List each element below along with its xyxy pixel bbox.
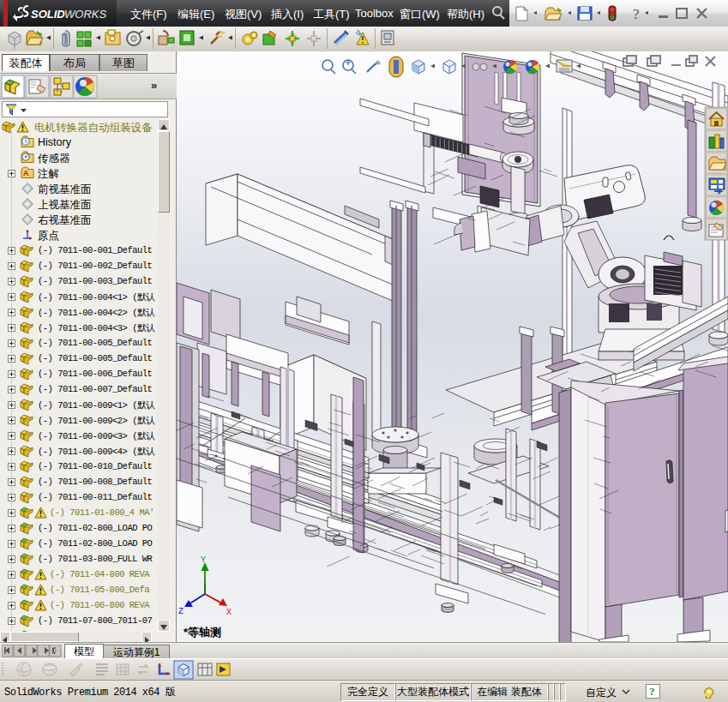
svg-text:WORKS: WORKS: [64, 8, 106, 21]
svg-text:SOLID: SOLID: [31, 8, 65, 21]
svg-text:X: X: [226, 608, 232, 617]
svg-text:?: ?: [649, 685, 655, 698]
svg-text:*等轴测: *等轴测: [184, 626, 221, 639]
svg-text:A: A: [23, 169, 29, 177]
svg-text:Y: Y: [201, 555, 206, 565]
svg-text:Z: Z: [178, 607, 184, 616]
svg-text:?: ?: [633, 6, 640, 22]
